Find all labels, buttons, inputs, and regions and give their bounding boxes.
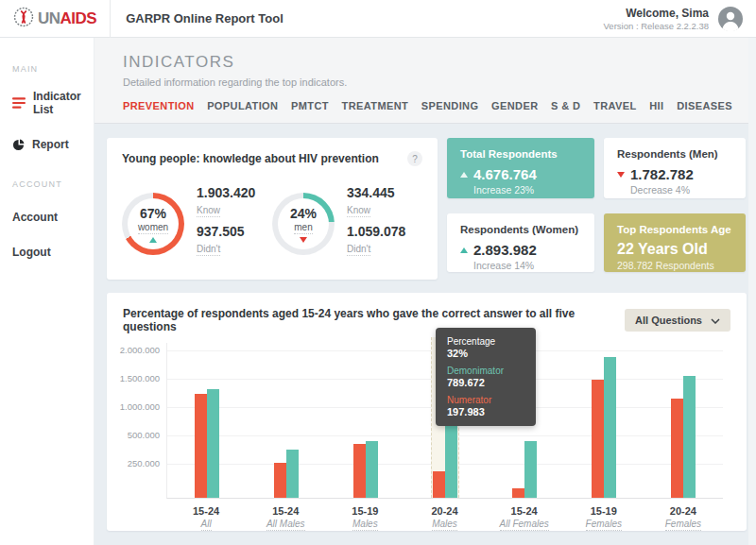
y-axis-tick: 1.000.000 (120, 401, 160, 412)
bar-denominator[interactable] (207, 389, 219, 498)
tooltip-row: Numerator 197.983 (447, 395, 524, 417)
sidebar-item-report[interactable]: Report (12, 138, 94, 151)
men-didnt-value: 1.059.078 (347, 224, 405, 239)
bar-numerator[interactable] (195, 394, 207, 498)
bar-numerator[interactable] (353, 444, 366, 498)
men-label: men (294, 222, 312, 234)
avatar-icon (718, 7, 743, 31)
triangle-up-icon (149, 237, 157, 243)
unaids-ribbon-icon (13, 7, 34, 31)
bar-denominator[interactable] (683, 376, 696, 498)
tab-spending[interactable]: SPENDING (421, 100, 479, 111)
stat-title: Top Respondents Age (617, 224, 732, 235)
x-axis-label: 15-19Females (564, 505, 644, 529)
sidebar-item-label: Report (32, 138, 69, 151)
men-percent: 24% (290, 206, 317, 221)
chart-card: Percentage of respondents aged 15-24 yea… (107, 293, 747, 531)
women-label: women (138, 222, 168, 234)
women-donut-chart: 67% women (122, 193, 184, 255)
bar-denominator[interactable] (604, 357, 616, 498)
logo-text-aids: AIDS (60, 9, 97, 27)
questions-filter-dropdown[interactable]: All Questions (625, 309, 730, 332)
app-title: GARPR Online Report Tool (126, 11, 284, 26)
pie-chart-icon (12, 139, 25, 151)
bar-numerator[interactable] (433, 471, 445, 498)
bar-denominator[interactable] (524, 441, 537, 498)
bar-denominator[interactable] (286, 450, 299, 498)
bar-group[interactable] (167, 343, 247, 498)
y-axis-tick: 500.000 (128, 430, 160, 440)
bar-group[interactable] (644, 343, 723, 498)
men-know-value: 334.445 (347, 185, 405, 200)
bar-group[interactable] (326, 343, 405, 498)
y-axis-tick: 1.500.000 (120, 373, 160, 383)
triangle-down-icon (617, 172, 625, 178)
stat-value: 22 Years Old (617, 241, 732, 258)
unaids-logo[interactable]: UNAIDS (13, 7, 96, 31)
stat-caption: Decrease 4% (630, 184, 732, 196)
stat-value: 4.676.764 (473, 166, 537, 182)
x-axis-label: 20-24Females (644, 505, 723, 529)
user-info: Welcome, Sima Version : Release 2.2.2.38 (604, 7, 709, 31)
tab-gender[interactable]: GENDER (491, 100, 538, 111)
app-window: UNAIDS GARPR Online Report Tool Welcome,… (0, 0, 756, 545)
tab-prevention[interactable]: PREVENTION (123, 100, 195, 111)
x-axis-label: 15-24All (166, 505, 246, 529)
scrollbar[interactable] (748, 38, 756, 545)
stat-title: Respondents (Men) (617, 148, 732, 160)
women-didnt-figure: 937.505 Didn't (197, 224, 255, 256)
triangle-up-icon (460, 172, 468, 178)
sidebar-item-indicator-list[interactable]: Indicator List (12, 90, 94, 116)
x-axis-label: 15-24All Females (485, 505, 564, 529)
sidebar-item-logout[interactable]: Logout (12, 246, 94, 259)
tab-pmtct[interactable]: PMTCT (291, 100, 329, 111)
chart-plot: Percentage 32% Demonimator 789.672 Numer… (166, 343, 723, 499)
knowledge-card-title: Young people: knowledge about HIV preven… (122, 152, 379, 165)
x-axis-label: 15-19Males (325, 505, 404, 529)
stat-caption: 298.782 Respondents (617, 260, 732, 271)
know-label: Know (347, 205, 370, 217)
women-percent: 67% (140, 206, 166, 221)
bar-numerator[interactable] (274, 463, 286, 498)
question-icon[interactable]: ? (407, 151, 422, 166)
avatar[interactable] (718, 7, 743, 31)
stat-card-top-respondents-age: Top Respondents Age 22 Years Old 298.782… (604, 213, 746, 272)
triangle-up-icon (460, 247, 468, 253)
stat-card-respondents-men: Respondents (Men) 1.782.782 Decrease 4% (604, 138, 746, 198)
men-didnt-figure: 1.059.078 Didn't (347, 224, 405, 256)
bar-numerator[interactable] (671, 399, 683, 498)
version-text: Version : Release 2.2.2.38 (604, 21, 709, 31)
tab-treatment[interactable]: TREATMENT (342, 100, 409, 111)
page-head: INDICATORS Detailed information regardin… (94, 38, 756, 124)
chart-title: Percentage of respondents aged 15-24 yea… (123, 307, 625, 333)
know-label: Know (197, 205, 220, 217)
list-icon (12, 97, 26, 109)
page-subtitle: Detailed information regarding the top i… (123, 77, 756, 88)
men-donut-chart: 24% men (272, 193, 335, 255)
sidebar-item-label: Indicator List (33, 90, 94, 116)
tab-diseases[interactable]: DISEASES (677, 100, 732, 111)
stat-card-total-respondents: Total Respondents 4.676.764 Increase 23% (447, 138, 594, 198)
tab-travel[interactable]: TRAVEL (593, 100, 637, 111)
tooltip-row: Demonimator 789.672 (447, 366, 524, 388)
bar-group[interactable] (247, 343, 326, 498)
bar-denominator[interactable] (366, 441, 378, 498)
sidebar-item-account[interactable]: Account (12, 211, 94, 224)
tab-s-d[interactable]: S & D (551, 100, 580, 111)
tab-population[interactable]: POPULATION (207, 100, 278, 111)
bar-group[interactable] (564, 343, 644, 498)
bar-numerator[interactable] (592, 380, 604, 498)
sidebar: MAIN Indicator List (0, 38, 94, 545)
knowledge-card: Young people: knowledge about HIV preven… (107, 138, 438, 280)
x-axis-label: 20-24Males (404, 505, 484, 529)
stat-caption: Increase 23% (473, 184, 581, 196)
sidebar-section-main: MAIN (12, 64, 94, 74)
women-know-figure: 1.903.420 Know (197, 185, 255, 217)
content: Young people: knowledge about HIV preven… (94, 124, 756, 545)
dropdown-label: All Questions (635, 315, 702, 326)
stat-caption: Increase 14% (473, 260, 581, 271)
bar-denominator[interactable] (445, 420, 457, 498)
tab-hii[interactable]: HII (649, 100, 663, 111)
y-axis-tick: 250.000 (128, 458, 160, 468)
bar-numerator[interactable] (512, 488, 524, 498)
